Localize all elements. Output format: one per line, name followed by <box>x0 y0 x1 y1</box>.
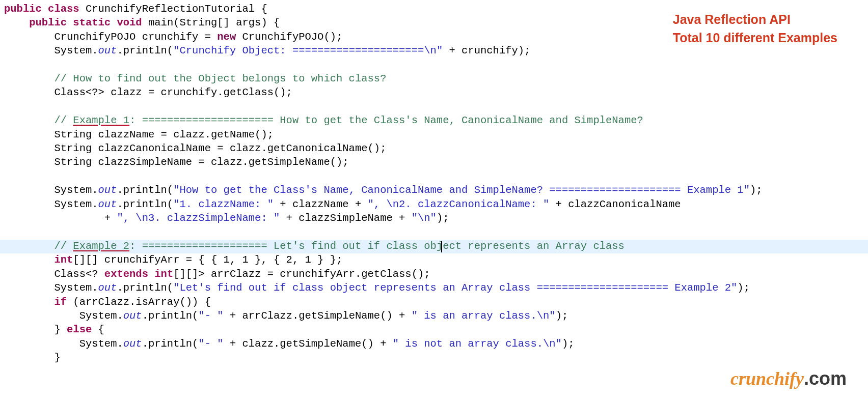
annotation-box: Java Reflection API Total 10 different E… <box>673 10 837 47</box>
logo-tld: .com <box>804 368 847 389</box>
crunchify-logo: crunchify.com <box>730 372 847 386</box>
text-cursor <box>441 241 442 252</box>
annotation-line-2: Total 10 different Examples <box>673 28 837 47</box>
code-editor[interactable]: public class CrunchifyReflectionTutorial… <box>0 0 868 365</box>
logo-brand: crunchify <box>730 368 804 389</box>
annotation-line-1: Java Reflection API <box>673 10 837 28</box>
